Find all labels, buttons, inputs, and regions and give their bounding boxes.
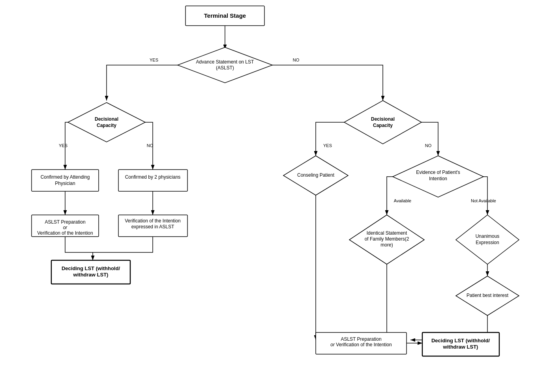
identical-2: of Family Members(2 xyxy=(365,236,409,242)
not-available-label: Not Available xyxy=(471,198,496,203)
yes-aslst-label: YES xyxy=(150,58,158,62)
deciding-lst-left-1: Deciding LST (withhold/ xyxy=(62,265,120,271)
merge-right xyxy=(93,237,153,252)
dc-right-label-1: Decisional xyxy=(371,116,395,122)
dc-left-diamond xyxy=(68,103,145,142)
merge-left xyxy=(65,237,93,252)
deciding-lst-right-1: Deciding LST (withhold/ xyxy=(431,338,490,343)
aslst-prep-right-1: ASLST Preparation xyxy=(341,336,381,342)
no-dc-left-label: NO xyxy=(147,143,154,148)
terminal-stage-label: Terminal Stage xyxy=(204,12,246,19)
yes-dc-right-label: YES xyxy=(323,143,332,148)
aslst-label-1: Advance Statement on LST xyxy=(196,59,254,65)
evidence-label-2: Intention xyxy=(429,176,447,181)
verification-aslst-2: expressed in ASLST xyxy=(131,224,174,230)
confirmed-2physicians-1: Confirmed by 2 physicians xyxy=(125,174,181,180)
patient-best-1: Patient best interest xyxy=(467,293,509,298)
aslst-prep-right-2: or Verification of the Intention xyxy=(330,342,392,347)
dc-right-diamond xyxy=(344,101,422,144)
no-dc-right-label: NO xyxy=(425,143,432,148)
identical-3: more) xyxy=(380,242,393,248)
aslst-prep-left-3: Verification of the Intention xyxy=(37,230,93,236)
dc-left-label-1: Decisional xyxy=(95,116,118,122)
dc-right-yes-line xyxy=(316,122,344,156)
confirmed-2physicians-box xyxy=(118,170,187,191)
evidence-notavail-line xyxy=(483,177,487,215)
unanimous-2: Expression xyxy=(476,240,499,245)
aslst-yes-line xyxy=(107,65,178,101)
dc-right-no-line xyxy=(422,122,438,156)
deciding-lst-left-2: withdraw LST) xyxy=(73,272,109,278)
aslst-prep-left-2: or xyxy=(63,225,68,230)
aslst-no-line xyxy=(272,65,383,101)
confirmed-attending-1: Confirmed by Attending xyxy=(41,174,90,180)
aslst-prep-left-1: ASLST Preparation xyxy=(45,219,85,225)
verification-aslst-1: Verification of the Intention xyxy=(125,218,180,224)
conseling-patient-label: Conseling Patient xyxy=(297,172,335,178)
yes-dc-left-label: YES xyxy=(59,143,67,148)
identical-1: Identical Statement xyxy=(367,230,407,236)
evidence-available-line xyxy=(387,177,393,215)
aslst-label-2: (ASLST) xyxy=(216,65,234,71)
dc-left-label-2: Capacity xyxy=(97,123,116,128)
unanimous-1: Unanimous xyxy=(476,233,500,239)
confirmed-attending-2: Physician xyxy=(55,181,75,186)
dc-right-label-2: Capacity xyxy=(373,123,393,128)
no-aslst-label: NO xyxy=(293,58,300,62)
available-label: Available xyxy=(394,198,411,203)
evidence-label-1: Evidence of Patient's xyxy=(416,170,460,175)
deciding-lst-right-2: withdraw LST) xyxy=(443,344,478,350)
